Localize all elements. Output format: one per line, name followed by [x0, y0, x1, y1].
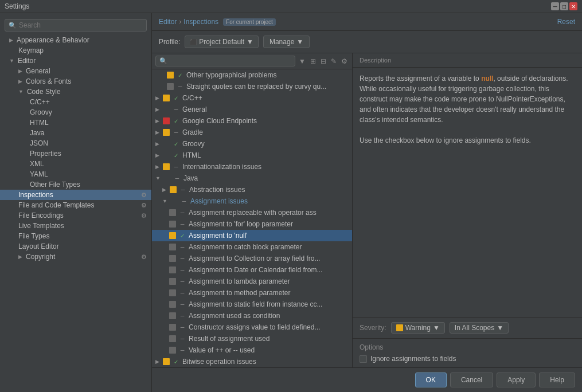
- expand-icon: ▶: [155, 95, 159, 101]
- ignore-fields-checkbox-row[interactable]: Ignore assignments to fields: [360, 355, 575, 363]
- profile-dropdown[interactable]: ⬛ Project Default ▼: [185, 36, 259, 48]
- sidebar-item-appearance[interactable]: ▶ Appearance & Behavior: [0, 35, 151, 45]
- minimize-button[interactable]: ─: [551, 2, 559, 10]
- sidebar-item-xml[interactable]: XML: [0, 159, 151, 169]
- sidebar-item-code-style[interactable]: ▼ Code Style: [0, 87, 151, 97]
- tree-item-assignment-issues[interactable]: ▼ – Assignment issues: [152, 195, 352, 207]
- sidebar-item-keymap[interactable]: Keymap: [0, 45, 151, 56]
- profile-label: Profile:: [159, 38, 180, 46]
- item-label: Value of ++ or -- used: [189, 346, 349, 354]
- tree-item-constructor-assign[interactable]: – Constructor assigns value to field def…: [152, 322, 352, 333]
- tree-item-general[interactable]: ▶ – General: [152, 104, 352, 115]
- ignore-fields-checkbox[interactable]: [360, 355, 367, 363]
- ok-button[interactable]: OK: [415, 373, 447, 387]
- cancel-button[interactable]: Cancel: [450, 373, 493, 387]
- sidebar-item-copyright[interactable]: ▶ Copyright ⚙: [0, 252, 151, 262]
- expand-all-icon[interactable]: ⊞: [309, 56, 317, 66]
- inspections-search-input[interactable]: [170, 58, 291, 65]
- severity-indicator: [169, 301, 176, 308]
- help-button[interactable]: Help: [539, 373, 575, 387]
- tree-item-assign-static[interactable]: – Assignment to static field from instan…: [152, 299, 352, 310]
- sidebar-item-label: Inspections: [18, 191, 53, 199]
- apply-button[interactable]: Apply: [497, 373, 536, 387]
- sidebar-search-box[interactable]: 🔍: [5, 19, 147, 32]
- sidebar-item-label: Appearance & Behavior: [17, 36, 89, 44]
- tree-item-assign-replaceable[interactable]: – Assignment replaceable with operator a…: [152, 207, 352, 218]
- tree-item-bitwise[interactable]: ▶ ✓ Bitwise operation issues: [152, 356, 352, 367]
- tree-item-assign-lambda[interactable]: – Assignment to lambda parameter: [152, 276, 352, 287]
- tree-item-i18n[interactable]: ▶ – Internationalization issues: [152, 161, 352, 173]
- reset-button[interactable]: Reset: [557, 18, 575, 26]
- sidebar-item-other-file-types[interactable]: Other File Types: [0, 179, 151, 190]
- tree-item-assign-catch[interactable]: – Assignment to catch block parameter: [152, 241, 352, 253]
- tree-item-assign-for[interactable]: – Assignment to 'for' loop parameter: [152, 218, 352, 230]
- tree-item-assign-condition[interactable]: – Assignment used as condition: [152, 310, 352, 322]
- dash-icon: –: [178, 312, 186, 320]
- sidebar-item-json[interactable]: JSON: [0, 138, 151, 148]
- sidebar-item-live-templates[interactable]: Live Templates: [0, 221, 151, 231]
- gear-icon[interactable]: ⚙: [340, 56, 349, 66]
- edit-icon[interactable]: ✎: [330, 56, 338, 66]
- sidebar-item-groovy[interactable]: Groovy: [0, 107, 151, 117]
- dash-icon: –: [172, 163, 180, 171]
- expand-icon: ▶: [155, 118, 159, 124]
- sidebar-item-general[interactable]: ▶ General: [0, 66, 151, 76]
- item-label: Assignment to static field from instance…: [189, 300, 349, 308]
- tree-item-abstraction[interactable]: ▶ – Abstraction issues: [152, 184, 352, 195]
- sidebar-item-colors-fonts[interactable]: ▶ Colors & Fonts: [0, 76, 151, 87]
- close-button[interactable]: ✕: [569, 2, 577, 10]
- tree-item[interactable]: ✓ Other typographical problems: [152, 69, 352, 81]
- sidebar-search-input[interactable]: [19, 21, 143, 29]
- maximize-button[interactable]: □: [560, 2, 568, 10]
- severity-indicator: [171, 198, 178, 205]
- severity-indicator: [163, 140, 170, 147]
- title-bar: Settings ─ □ ✕: [0, 0, 582, 13]
- severity-value: Warning: [405, 324, 431, 332]
- sidebar-item-file-types[interactable]: File Types: [0, 231, 151, 241]
- tree-item-java[interactable]: ▼ – Java: [152, 173, 352, 184]
- sidebar-item-html[interactable]: HTML: [0, 117, 151, 128]
- tree-item-value-increment[interactable]: – Value of ++ or -- used: [152, 344, 352, 356]
- tree-item-result-assign[interactable]: – Result of assignment used: [152, 333, 352, 344]
- tree-item-assign-date[interactable]: – Assignment to Date or Calendar field f…: [152, 264, 352, 276]
- sidebar-item-properties[interactable]: Properties: [0, 148, 151, 159]
- tree-item-assign-null[interactable]: ✓ Assignment to 'null': [152, 230, 352, 241]
- sidebar-item-cpp[interactable]: C/C++: [0, 97, 151, 107]
- right-panel: Editor › Inspections For current project…: [152, 13, 582, 392]
- sidebar-item-editor[interactable]: ▼ Editor: [0, 56, 151, 66]
- sidebar-item-file-encodings[interactable]: File Encodings ⚙: [0, 210, 151, 221]
- manage-button[interactable]: Manage ▼: [263, 36, 310, 48]
- tree-item-groovy[interactable]: ▶ ✓ Groovy: [152, 138, 352, 150]
- tree-item-cpp[interactable]: ▶ ✓ C/C++: [152, 92, 352, 104]
- expand-icon: ▶: [155, 164, 159, 170]
- tree-item-gce[interactable]: ▶ ✓ Google Cloud Endpoints: [152, 115, 352, 127]
- window-title: Settings: [5, 2, 29, 10]
- tree-item[interactable]: – Straight quotes can be replaced by cur…: [152, 81, 352, 92]
- sidebar-item-label: Colors & Fonts: [26, 77, 71, 85]
- tree-item-html[interactable]: ▶ ✓ HTML: [152, 150, 352, 161]
- tree-item-assign-method[interactable]: – Assignment to method parameter: [152, 287, 352, 299]
- expand-icon: ▼: [18, 89, 24, 95]
- sidebar-item-yaml[interactable]: YAML: [0, 169, 151, 179]
- scope-dropdown[interactable]: In All Scopes ▼: [450, 322, 509, 334]
- sidebar-item-java[interactable]: Java: [0, 128, 151, 138]
- item-label: Constructor assigns value to field defin…: [189, 323, 349, 331]
- filter-icon[interactable]: ▼: [298, 56, 307, 66]
- sidebar-item-inspections[interactable]: Inspections ⚙: [0, 190, 151, 200]
- severity-indicator: [167, 72, 174, 79]
- sidebar-item-file-code-templates[interactable]: File and Code Templates ⚙: [0, 200, 151, 210]
- sidebar-item-label: Other File Types: [30, 181, 80, 189]
- dash-icon: –: [178, 220, 186, 228]
- collapse-all-icon[interactable]: ⊟: [319, 56, 327, 66]
- severity-dropdown[interactable]: Warning ▼: [391, 322, 445, 334]
- expand-icon: ▼: [9, 58, 14, 64]
- expand-icon: ▶: [18, 79, 22, 84]
- dash-icon: –: [178, 209, 186, 217]
- tree-item-gradle[interactable]: ▶ – Gradle: [152, 127, 352, 138]
- sidebar-item-layout-editor[interactable]: Layout Editor: [0, 241, 151, 252]
- tree-item-assign-collection[interactable]: – Assignment to Collection or array fiel…: [152, 253, 352, 264]
- severity-indicator: [169, 347, 176, 354]
- severity-indicator: [163, 117, 170, 124]
- item-label: Assignment replaceable with operator ass: [189, 209, 349, 217]
- inspections-search-box[interactable]: 🔍: [155, 56, 295, 66]
